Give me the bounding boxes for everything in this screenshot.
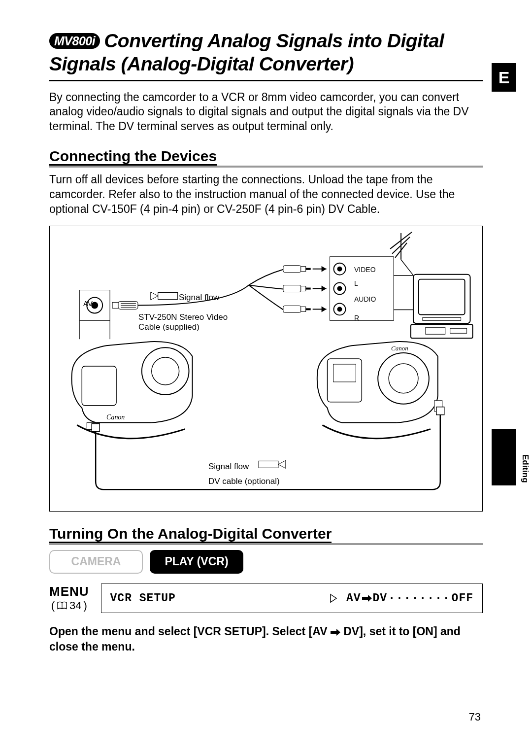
svg-rect-47 — [450, 328, 467, 333]
model-badge: MV800i — [49, 33, 100, 49]
svg-rect-60 — [436, 407, 444, 415]
page-content: MV800iConverting Analog Signals into Dig… — [0, 0, 532, 654]
vcr-setup-label: VCR SETUP — [110, 592, 176, 605]
svg-rect-13 — [301, 267, 306, 272]
label-r: R — [354, 314, 359, 322]
svg-rect-65 — [362, 597, 368, 600]
svg-marker-22 — [322, 266, 327, 272]
avdv-av: AV — [346, 592, 361, 605]
svg-rect-59 — [92, 424, 100, 432]
menu-row: MENU ( 34 ) VCR SETUP AV DV ······· — [49, 584, 483, 613]
svg-marker-62 — [278, 460, 286, 468]
svg-rect-18 — [283, 306, 301, 312]
svg-rect-46 — [426, 327, 445, 334]
svg-marker-66 — [368, 595, 372, 602]
svg-line-41 — [401, 260, 413, 275]
title-line-1: Converting Analog Signals into Digital — [104, 30, 444, 51]
page-title: MV800iConverting Analog Signals into Dig… — [49, 30, 483, 76]
svg-rect-15 — [283, 285, 301, 292]
svg-text:Canon: Canon — [106, 413, 125, 421]
section-connecting: Connecting the Devices — [49, 148, 483, 168]
label-dv-cable: DV cable (optional) — [208, 477, 280, 486]
svg-rect-56 — [333, 364, 356, 382]
svg-rect-17 — [306, 288, 311, 290]
mode-row: CAMERA PLAY (VCR) — [49, 550, 483, 574]
instruction-text: Open the menu and select [VCR SETUP]. Se… — [49, 624, 483, 654]
label-stv-cable: STV-250N Stereo Video Cable (supplied) — [138, 312, 242, 333]
svg-rect-20 — [306, 308, 311, 310]
diagram-svg: Canon Canon — [50, 226, 482, 511]
svg-point-33 — [337, 307, 342, 311]
title-line-2: Signals (Analog-Digital Converter) — [49, 53, 354, 74]
svg-text:Canon: Canon — [391, 344, 408, 352]
page-number: 73 — [469, 711, 481, 723]
svg-point-49 — [152, 357, 179, 385]
label-signal-flow-2: Signal flow — [208, 462, 249, 472]
avdv-off: OFF — [452, 592, 473, 605]
connect-paragraph: Turn off all devices before starting the… — [49, 172, 483, 217]
svg-rect-10 — [158, 292, 178, 299]
svg-rect-14 — [306, 268, 311, 270]
avdv-dv: DV — [373, 592, 388, 605]
book-icon — [57, 601, 67, 610]
svg-marker-64 — [331, 594, 336, 602]
label-video: VIDEO — [354, 266, 376, 274]
svg-point-29 — [337, 267, 342, 272]
mode-camera: CAMERA — [49, 550, 143, 574]
svg-rect-5 — [112, 302, 118, 308]
label-signal-flow: Signal flow — [179, 293, 219, 303]
svg-marker-26 — [322, 306, 327, 312]
arrow-right-icon — [362, 595, 372, 602]
section-turning-on: Turning On the Analog-Digital Converter — [49, 525, 483, 545]
svg-rect-67 — [331, 631, 336, 634]
label-audio: AUDIO — [354, 295, 376, 303]
vcr-setup-box: VCR SETUP AV DV ········ OFF — [101, 584, 483, 613]
arrow-right-icon — [331, 629, 340, 636]
connection-diagram: Canon Canon — [49, 226, 483, 512]
svg-rect-16 — [301, 286, 306, 291]
svg-rect-12 — [283, 266, 301, 273]
svg-rect-43 — [419, 279, 465, 315]
mode-play-vcr: PLAY (VCR) — [150, 550, 243, 574]
svg-marker-11 — [151, 292, 158, 300]
svg-rect-19 — [301, 307, 306, 311]
page-ref: ( 34 ) — [51, 599, 87, 612]
label-av: AV — [83, 299, 93, 308]
menu-label: MENU — [49, 584, 89, 599]
triangle-play-icon — [330, 593, 337, 603]
svg-rect-44 — [423, 317, 461, 320]
svg-marker-24 — [322, 286, 327, 292]
label-l: L — [354, 279, 358, 287]
intro-paragraph: By connecting the camcorder to a VCR or … — [49, 90, 483, 135]
page-ref-number: 34 — [69, 599, 81, 612]
svg-marker-68 — [336, 629, 340, 636]
title-rule — [49, 80, 483, 81]
avdv-dots: ········ — [388, 592, 450, 605]
menu-col: MENU ( 34 ) — [49, 584, 101, 612]
svg-rect-50 — [82, 366, 116, 406]
svg-point-54 — [389, 364, 418, 393]
svg-point-31 — [337, 286, 342, 291]
svg-rect-61 — [259, 461, 278, 468]
